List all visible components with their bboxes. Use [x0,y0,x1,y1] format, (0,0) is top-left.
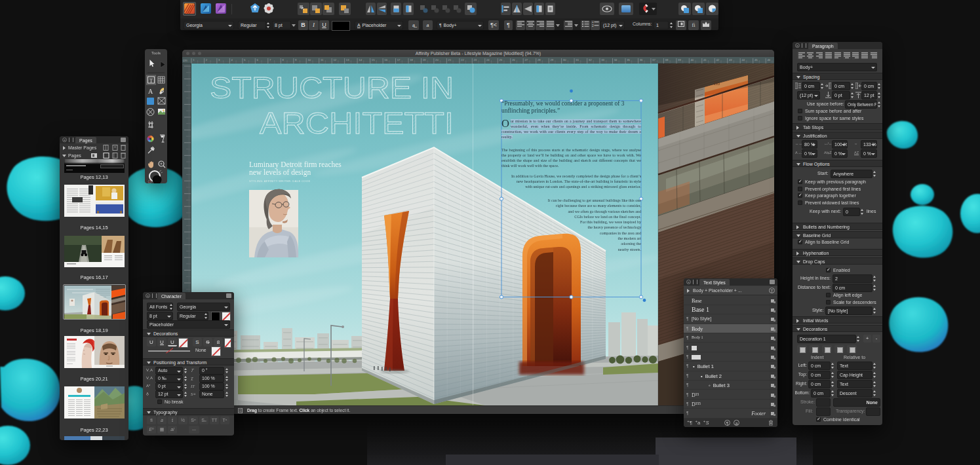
svg-text:24: 24 [486,58,490,62]
svg-text:11: 11 [321,58,324,62]
svg-text:19: 19 [423,58,426,62]
svg-text:2: 2 [592,24,594,27]
svg-text:1: 1 [592,21,594,24]
svg-text:42: 42 [716,58,720,62]
svg-text:25: 25 [500,58,503,62]
svg-text:2: 2 [206,58,208,62]
svg-text:18: 18 [410,58,413,62]
svg-text:15: 15 [372,58,375,62]
svg-text:23: 23 [474,58,477,62]
svg-text:45: 45 [755,58,758,62]
svg-text:38: 38 [665,58,669,62]
svg-text:21: 21 [448,58,452,62]
svg-text:20: 20 [435,58,439,62]
svg-text:9: 9 [295,58,297,62]
svg-text:1: 1 [193,58,195,62]
svg-text:7: 7 [269,58,271,62]
svg-text:31: 31 [576,58,579,62]
svg-text:8: 8 [283,58,284,62]
svg-text:22: 22 [461,58,464,62]
svg-text:6: 6 [257,58,259,62]
svg-text:4: 4 [231,58,233,62]
svg-text:3: 3 [218,58,220,62]
svg-text:10: 10 [307,58,311,62]
svg-text:A: A [148,88,153,95]
svg-text:16: 16 [384,58,387,62]
svg-text:40: 40 [691,58,694,62]
svg-text:new levels of design: new levels of design [249,168,311,177]
svg-text:37: 37 [652,58,656,62]
svg-text:39: 39 [678,58,681,62]
svg-text:35: 35 [627,58,630,62]
svg-text:26: 26 [512,58,515,62]
svg-text:28: 28 [538,58,541,62]
svg-text:29: 29 [550,58,553,62]
svg-text:32: 32 [589,58,592,62]
svg-text:43: 43 [729,58,732,62]
svg-text:46: 46 [767,58,770,62]
svg-text:41: 41 [703,58,707,62]
svg-text:30: 30 [563,58,566,62]
svg-text:17: 17 [397,58,401,62]
svg-text:12: 12 [333,58,336,62]
svg-text:34: 34 [614,58,617,62]
svg-text:36: 36 [640,58,643,62]
svg-text:13: 13 [346,58,349,62]
svg-text:27: 27 [524,58,528,62]
svg-text:STYLING: AFFINITY WRITER: DALE: STYLING: AFFINITY WRITER: DALE COOK [249,179,311,183]
svg-text:STRUCTURE IN: STRUCTURE IN [210,70,454,105]
svg-text:14: 14 [359,58,362,62]
svg-text:ARCHITETTI: ARCHITETTI [260,105,454,140]
svg-text:44: 44 [741,58,745,62]
svg-text:T: T [149,78,153,84]
svg-text:5: 5 [244,58,246,62]
svg-text:33: 33 [601,58,604,62]
